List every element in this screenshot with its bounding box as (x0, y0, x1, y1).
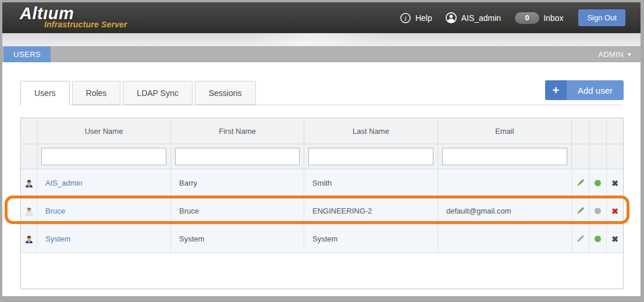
account-username: AIS_admin (461, 13, 501, 23)
column-header-status (589, 118, 607, 144)
table-row-highlighted: Bruce Bruce ENGINEERING-2 default@gmail.… (21, 197, 623, 225)
first-name-cell: System (171, 225, 304, 253)
info-icon: i (400, 12, 411, 24)
filter-input-email[interactable] (442, 148, 567, 165)
users-table: User Name First Name Last Name Email (20, 118, 624, 289)
email-cell (438, 225, 572, 253)
filter-cell-avatar (21, 144, 37, 169)
edit-pencil-icon (575, 234, 585, 244)
username-link[interactable]: System (45, 235, 70, 243)
tab-ldap-sync[interactable]: LDAP Sync (123, 81, 192, 105)
edit-user-button[interactable] (572, 197, 589, 225)
edit-user-button[interactable] (572, 169, 589, 197)
account-menu[interactable]: AIS_admin (445, 12, 501, 24)
username-link[interactable]: AIS_admin (45, 179, 83, 187)
tab-sessions[interactable]: Sessions (195, 81, 256, 105)
email-cell: default@gmail.com (438, 197, 572, 225)
svg-text:i: i (404, 14, 406, 22)
avatar-cell (21, 169, 37, 197)
status-toggle[interactable] (589, 225, 606, 253)
app-logo: Altıum Infrastructure Server (20, 4, 159, 32)
edit-pencil-icon (575, 178, 585, 188)
user-avatar-suit-icon (24, 178, 34, 189)
tab-strip: Users Roles LDAP Sync Sessions + Add use… (20, 80, 622, 105)
tab-roles[interactable]: Roles (72, 81, 121, 105)
user-icon (445, 12, 457, 24)
column-header-edit (572, 118, 589, 144)
table-row: System System System ✖ (21, 225, 623, 253)
content-area: Users Roles LDAP Sync Sessions + Add use… (2, 62, 641, 289)
logo-subtitle: Infrastructure Server (44, 20, 159, 29)
user-avatar-light-icon (24, 206, 34, 216)
username-link[interactable]: Bruce (45, 207, 65, 215)
header-actions: i Help AIS_admin 0 Inbox Sign Out (400, 9, 625, 26)
column-header-last-name[interactable]: Last Name (304, 118, 438, 144)
delete-x-icon: ✖ (611, 235, 618, 243)
sign-out-button[interactable]: Sign Out (578, 9, 625, 26)
delete-x-icon: ✖ (611, 207, 618, 215)
inbox-button[interactable]: 0 Inbox (515, 12, 563, 24)
filter-cell-edit (572, 144, 589, 169)
inbox-label: Inbox (543, 13, 563, 23)
first-name-cell: Barry (171, 169, 304, 197)
admin-menu[interactable]: ADMIN ▾ (598, 47, 631, 62)
header-divider-band (2, 33, 641, 47)
filter-cell-status (589, 144, 607, 169)
help-button[interactable]: i Help (400, 12, 432, 24)
nav-item-users[interactable]: USERS (3, 47, 51, 62)
delete-user-button[interactable]: ✖ (607, 225, 623, 253)
column-header-first-name[interactable]: First Name (171, 118, 304, 144)
help-label: Help (415, 13, 432, 23)
inbox-count-badge: 0 (515, 12, 539, 24)
user-avatar-suit-icon (24, 234, 34, 244)
delete-user-button[interactable]: ✖ (607, 197, 623, 225)
avatar-column-header (21, 118, 37, 144)
edit-pencil-icon (575, 206, 585, 216)
column-header-user-name[interactable]: User Name (37, 118, 171, 144)
edit-user-button[interactable] (572, 225, 589, 253)
avatar-cell (21, 197, 37, 225)
status-active-dot-icon (595, 180, 601, 186)
status-toggle[interactable] (589, 169, 606, 197)
table-filter-row (21, 144, 623, 169)
tab-users[interactable]: Users (20, 81, 70, 106)
app-window: Altıum Infrastructure Server i Help AIS_… (0, 0, 644, 302)
admin-menu-label: ADMIN (598, 50, 624, 59)
main-navbar: USERS ADMIN ▾ (2, 47, 641, 62)
add-user-label: Add user (567, 80, 624, 100)
avatar-cell (21, 225, 37, 253)
table-row: AIS_admin Barry Smith ✖ (21, 169, 623, 197)
email-cell (438, 169, 572, 197)
top-header: Altıum Infrastructure Server i Help AIS_… (2, 2, 641, 33)
filter-input-last-name[interactable] (308, 148, 433, 165)
column-header-email[interactable]: Email (438, 118, 572, 144)
delete-x-icon: ✖ (611, 179, 618, 187)
status-inactive-dot-icon (595, 208, 601, 214)
column-header-delete (607, 118, 623, 144)
first-name-cell: Bruce (171, 197, 304, 225)
status-active-dot-icon (595, 236, 601, 242)
filter-input-first-name[interactable] (175, 148, 300, 165)
table-header-row: User Name First Name Last Name Email (21, 118, 623, 144)
last-name-cell: ENGINEERING-2 (304, 197, 438, 225)
last-name-cell: System (304, 225, 438, 253)
delete-user-button[interactable]: ✖ (607, 169, 623, 197)
plus-icon: + (545, 80, 567, 100)
filter-cell-delete (607, 144, 623, 169)
add-user-button[interactable]: + Add user (545, 80, 624, 100)
filter-input-user-name[interactable] (41, 148, 166, 165)
status-toggle[interactable] (589, 197, 606, 225)
chevron-down-icon: ▾ (628, 51, 631, 58)
last-name-cell: Smith (304, 169, 438, 197)
